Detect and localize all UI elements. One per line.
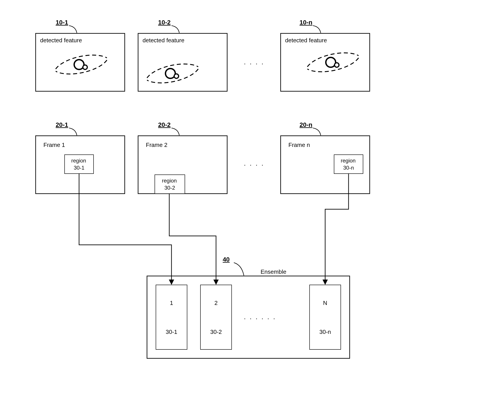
- box-40-ensemble: Ensemble 40 1 30-1 2 30-2 ······ N 30-n: [147, 256, 350, 358]
- box-20-1: Frame 1 region 30-1 20-1: [36, 121, 125, 194]
- ref-30-n: 30-n: [343, 165, 354, 171]
- svg-rect-14: [310, 285, 341, 349]
- label-region-1: region: [71, 158, 86, 164]
- ens-n-top: N: [323, 300, 327, 306]
- ref-20-1: 20-1: [56, 121, 68, 128]
- label-region-n: region: [341, 158, 356, 164]
- label-frame-1: Frame 1: [43, 142, 65, 148]
- label-detected-n: detected feature: [285, 37, 327, 44]
- ref-10-n: 10-n: [300, 19, 312, 26]
- box-10-2: detected feature 10-2: [138, 19, 227, 91]
- box-10-1: detected feature 10-1: [36, 19, 125, 91]
- ref-20-n: 20-n: [300, 121, 312, 128]
- svg-rect-13: [200, 285, 232, 349]
- box-20-n: Frame n region 30-n 20-n: [281, 121, 370, 194]
- label-detected-1: detected feature: [40, 37, 82, 44]
- label-frame-2: Frame 2: [146, 142, 168, 148]
- diagram: detected feature 10-1 detected feature 1…: [0, 0, 504, 420]
- ens-1-top: 1: [170, 300, 173, 306]
- box-20-2: Frame 2 region 30-2 20-2: [138, 121, 227, 194]
- dots-row1: ····: [244, 60, 267, 67]
- ens-2-bot: 30-2: [210, 329, 222, 335]
- ens-n-bot: 30-n: [319, 329, 331, 335]
- label-ensemble: Ensemble: [261, 268, 286, 275]
- ref-20-2: 20-2: [158, 121, 171, 128]
- box-10-n: detected feature 10-n: [281, 19, 370, 91]
- arrow-30-2-to-ens: [169, 194, 216, 284]
- dots-ensemble: ······: [244, 314, 279, 322]
- ref-10-1: 10-1: [56, 19, 68, 26]
- label-frame-n: Frame n: [288, 142, 310, 148]
- dots-row2: ····: [244, 161, 267, 168]
- ref-30-2: 30-2: [164, 185, 175, 191]
- ref-10-2: 10-2: [158, 19, 171, 26]
- ref-30-1: 30-1: [74, 165, 84, 171]
- svg-rect-12: [156, 285, 187, 349]
- label-detected-2: detected feature: [143, 37, 184, 44]
- ens-2-top: 2: [215, 300, 218, 306]
- ens-1-bot: 30-1: [166, 329, 177, 335]
- label-region-2: region: [162, 177, 177, 184]
- ref-40: 40: [223, 256, 230, 263]
